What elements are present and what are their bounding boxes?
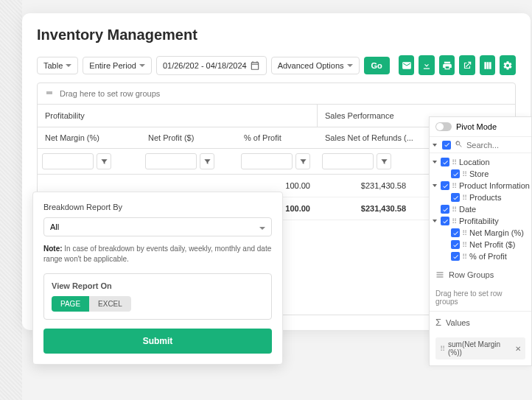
- drag-handle-icon[interactable]: ⠿: [452, 182, 457, 190]
- filter-pct-profit[interactable]: [241, 153, 293, 169]
- values-header: Σ Values: [430, 311, 531, 333]
- row-group-dropzone[interactable]: Drag here to set row groups: [38, 83, 515, 105]
- chevron-down-icon: [259, 222, 265, 231]
- checkbox[interactable]: [441, 158, 449, 166]
- drag-handle-icon[interactable]: ⠿: [462, 229, 467, 237]
- pivot-toggle[interactable]: [435, 122, 452, 131]
- checkbox[interactable]: [451, 252, 460, 261]
- calendar-icon: [250, 60, 260, 71]
- settings-button[interactable]: [500, 55, 516, 75]
- checkbox[interactable]: [451, 240, 460, 249]
- checkbox[interactable]: [441, 205, 449, 214]
- checkbox[interactable]: [441, 181, 449, 190]
- search-icon: [455, 140, 463, 150]
- advanced-options-select[interactable]: Advanced Options: [271, 57, 360, 74]
- drag-handle-icon[interactable]: ⠿: [462, 241, 467, 249]
- submit-button[interactable]: Submit: [43, 329, 272, 354]
- checkbox[interactable]: [451, 169, 460, 178]
- view-report-label: View Report On: [52, 281, 264, 290]
- period-select[interactable]: Entire Period: [83, 57, 152, 74]
- email-button[interactable]: [399, 55, 415, 75]
- filter-sales-net[interactable]: [322, 153, 374, 169]
- export-button[interactable]: [459, 55, 475, 75]
- view-toggle: PAGE EXCEL: [52, 296, 131, 312]
- excel-toggle[interactable]: EXCEL: [89, 296, 131, 312]
- expand-all-caret[interactable]: [431, 144, 438, 147]
- pivot-mode-row: Pivot Mode: [430, 117, 531, 137]
- drag-handle-icon[interactable]: ⠿: [452, 158, 457, 166]
- col-pct-profit[interactable]: % of Profit: [237, 127, 318, 148]
- go-button[interactable]: Go: [364, 57, 390, 74]
- drag-handle-icon[interactable]: ⠿: [440, 345, 445, 353]
- checkbox[interactable]: [451, 193, 460, 202]
- filter-net-profit[interactable]: [145, 153, 197, 169]
- filter-icon[interactable]: [377, 153, 391, 169]
- page-title: Inventory Management: [37, 27, 516, 43]
- column-tree: ⠿Location ⠿Store ⠿Product Information ⠿P…: [430, 153, 531, 265]
- filter-net-margin[interactable]: [42, 153, 94, 169]
- breakdown-modal: Breakdown Report By All Note: In case of…: [32, 192, 283, 365]
- view-report-box: View Report On PAGE EXCEL: [43, 273, 272, 320]
- caret-icon[interactable]: [431, 220, 438, 222]
- group-header-profitability[interactable]: Profitability: [38, 105, 318, 127]
- filter-icon[interactable]: [97, 153, 111, 169]
- drag-handle-icon[interactable]: ⠿: [462, 194, 467, 202]
- row-groups-dropzone[interactable]: Drag here to set row groups: [430, 284, 531, 311]
- checkbox[interactable]: [441, 217, 449, 225]
- drag-handle-icon[interactable]: ⠿: [452, 206, 457, 214]
- date-range-picker[interactable]: 01/26/202 - 04/18/2024: [156, 56, 267, 75]
- print-button[interactable]: [439, 55, 455, 75]
- checkbox[interactable]: [451, 228, 460, 237]
- col-sales-net[interactable]: Sales Net of Refunds (...: [318, 127, 435, 148]
- drag-handle-icon[interactable]: ⠿: [452, 217, 457, 225]
- breakdown-note: Note: In case of breakdown by events dai…: [43, 244, 272, 264]
- value-chip[interactable]: ⠿sum(Net Margin (%)) ✕: [435, 337, 525, 359]
- page-toggle[interactable]: PAGE: [52, 296, 89, 312]
- filter-icon[interactable]: [200, 153, 214, 169]
- sigma-icon: Σ: [435, 317, 441, 328]
- view-select[interactable]: Table: [37, 57, 78, 74]
- toolbar: Table Entire Period 01/26/202 - 04/18/20…: [37, 55, 516, 75]
- column-search-input[interactable]: [466, 141, 518, 150]
- download-button[interactable]: [419, 55, 435, 75]
- row-groups-header: Row Groups: [430, 265, 531, 284]
- breakdown-label: Breakdown Report By: [43, 203, 272, 211]
- columns-panel: Pivot Mode ⠿Location ⠿Store ⠿Product Inf…: [429, 116, 532, 366]
- remove-icon[interactable]: ✕: [515, 345, 521, 353]
- col-net-profit[interactable]: Net Profit ($): [141, 127, 237, 148]
- caret-icon[interactable]: [431, 184, 438, 187]
- columns-button[interactable]: [480, 55, 496, 75]
- filter-icon[interactable]: [295, 153, 310, 169]
- col-net-margin[interactable]: Net Margin (%): [38, 127, 141, 148]
- drag-handle-icon[interactable]: ⠿: [462, 170, 467, 178]
- drag-handle-icon[interactable]: ⠿: [462, 253, 467, 261]
- drag-icon: [45, 88, 54, 99]
- caret-icon[interactable]: [431, 161, 438, 164]
- rows-icon: [435, 270, 444, 279]
- select-all-checkbox[interactable]: [442, 141, 451, 150]
- breakdown-select[interactable]: All: [43, 217, 272, 236]
